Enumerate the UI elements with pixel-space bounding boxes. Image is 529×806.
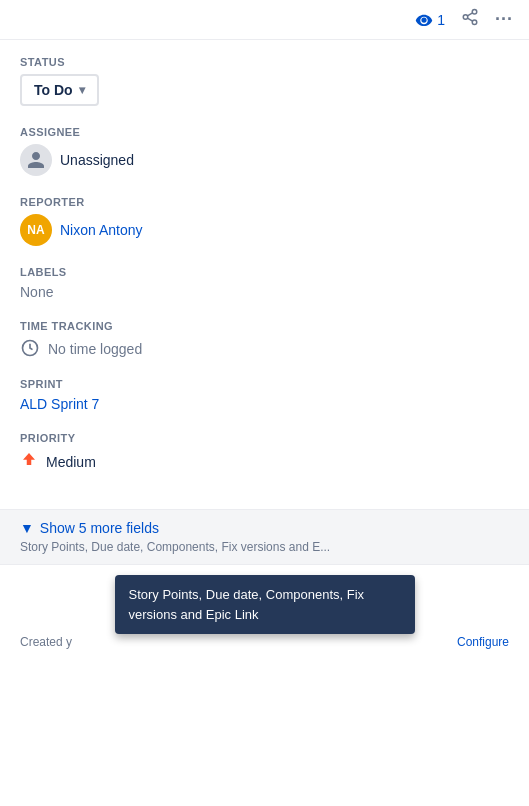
reporter-initials: NA [27, 223, 44, 237]
reporter-avatar: NA [20, 214, 52, 246]
time-tracking-row: No time logged [20, 338, 509, 358]
sprint-label: SPRINT [20, 378, 509, 390]
status-value: To Do [34, 82, 73, 98]
priority-row: Medium [20, 450, 509, 473]
share-icon[interactable] [461, 8, 479, 31]
reporter-name: Nixon Antony [60, 222, 143, 238]
eye-icon [415, 11, 433, 29]
clock-icon [20, 338, 40, 358]
time-tracking-label: TIME TRACKING [20, 320, 509, 332]
top-bar-actions: 1 ··· [415, 8, 513, 31]
tooltip-box: Story Points, Due date, Components, Fix … [115, 575, 415, 634]
show-more-label: Show 5 more fields [40, 520, 159, 536]
sprint-section: SPRINT ALD Sprint 7 [20, 378, 509, 412]
reporter-row[interactable]: NA Nixon Antony [20, 214, 509, 246]
svg-point-0 [422, 17, 427, 22]
tooltip-text: Story Points, Due date, Components, Fix … [129, 587, 365, 622]
svg-line-5 [467, 13, 472, 16]
main-content: STATUS To Do ▾ ASSIGNEE Unassigned REPOR… [0, 40, 529, 509]
labels-value: None [20, 284, 509, 300]
time-value: No time logged [48, 341, 509, 357]
status-section: STATUS To Do ▾ [20, 56, 509, 106]
priority-section: PRIORITY Medium [20, 432, 509, 473]
status-chevron-icon: ▾ [79, 83, 85, 97]
show-more-section: ▼ Show 5 more fields Story Points, Due d… [0, 509, 529, 565]
reporter-label: REPORTER [20, 196, 509, 208]
assignee-label: ASSIGNEE [20, 126, 509, 138]
status-dropdown[interactable]: To Do ▾ [20, 74, 99, 106]
svg-point-3 [472, 20, 477, 25]
assignee-section: ASSIGNEE Unassigned [20, 126, 509, 176]
status-label: STATUS [20, 56, 509, 68]
top-bar: 1 ··· [0, 0, 529, 40]
time-tracking-section: TIME TRACKING No time logged [20, 320, 509, 358]
svg-point-2 [463, 15, 468, 20]
footer-created: Created y [20, 635, 72, 649]
priority-arrow-icon [20, 450, 38, 473]
more-options-icon[interactable]: ··· [495, 9, 513, 30]
priority-value: Medium [46, 454, 96, 470]
assignee-name: Unassigned [60, 152, 134, 168]
svg-line-4 [467, 18, 472, 21]
reporter-section: REPORTER NA Nixon Antony [20, 196, 509, 246]
sprint-value[interactable]: ALD Sprint 7 [20, 396, 99, 412]
watch-button[interactable]: 1 [415, 11, 445, 29]
labels-section: LABELS None [20, 266, 509, 300]
labels-label: LABELS [20, 266, 509, 278]
show-more-button[interactable]: ▼ Show 5 more fields [20, 520, 509, 536]
configure-link[interactable]: Configure [457, 635, 509, 649]
assignee-avatar [20, 144, 52, 176]
assignee-row[interactable]: Unassigned [20, 144, 509, 176]
svg-point-1 [472, 10, 477, 15]
watch-count: 1 [437, 12, 445, 28]
show-more-subtitle: Story Points, Due date, Components, Fix … [20, 540, 509, 554]
show-more-chevron-icon: ▼ [20, 520, 34, 536]
priority-label: PRIORITY [20, 432, 509, 444]
